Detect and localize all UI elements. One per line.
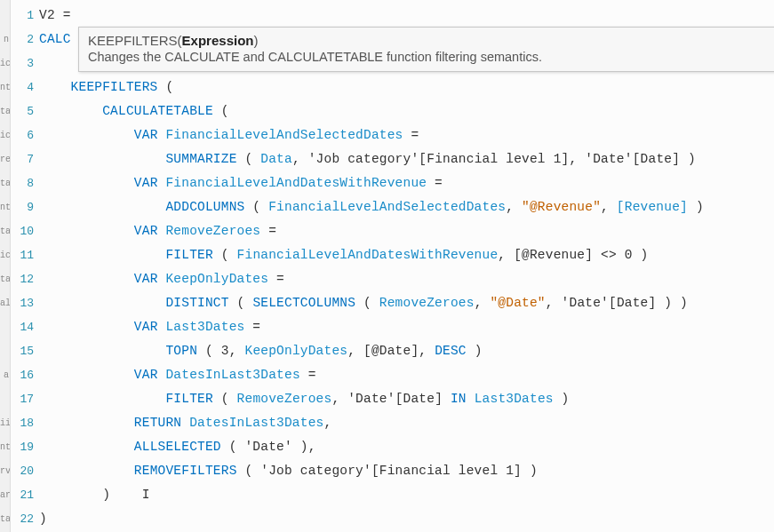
code-line[interactable]: KEEPFILTERS ( bbox=[39, 75, 774, 99]
code-line[interactable]: VAR Last3Dates = bbox=[39, 315, 774, 339]
line-number: 5 bbox=[11, 99, 39, 123]
fn-addcolumns: ADDCOLUMNS bbox=[165, 200, 244, 214]
code-line[interactable]: ) bbox=[39, 507, 774, 531]
line-number: 7 bbox=[11, 147, 39, 171]
strip-cell: rv bbox=[0, 459, 10, 483]
arg: 'Job category'[Financial level 1] bbox=[308, 152, 570, 166]
line-number-gutter: 1 2 3 4 5 6 7 8 9 10 11 12 13 14 15 16 1… bbox=[11, 0, 39, 532]
line-number: 13 bbox=[11, 291, 39, 315]
arg: Data bbox=[260, 152, 292, 166]
paren: ( bbox=[213, 104, 229, 118]
number: 3 bbox=[221, 344, 229, 358]
arg: RemoveZeroes bbox=[379, 296, 475, 310]
arg: 'Date'[Date] bbox=[585, 152, 680, 166]
line-number: 10 bbox=[11, 219, 39, 243]
fn-selectcolumns: SELECTCOLUMNS bbox=[252, 296, 355, 310]
tooltip-signature: KEEPFILTERS(Expression) bbox=[88, 33, 770, 48]
code-area[interactable]: V2 = CALC KEEPFILTERS ( CALCULATETABLE (… bbox=[39, 0, 774, 532]
arg: [Revenue] bbox=[617, 200, 688, 214]
code-line[interactable]: FILTER ( FinancialLevelAndDatesWithReven… bbox=[39, 243, 774, 267]
arg: 'Date'[Date] bbox=[562, 296, 657, 310]
strip-cell bbox=[0, 315, 10, 339]
kw-var: VAR bbox=[134, 176, 158, 190]
code-line[interactable]: VAR KeepOnlyDates = bbox=[39, 267, 774, 291]
line-number: 3 bbox=[11, 52, 39, 75]
code-line[interactable]: DISTINCT ( SELECTCOLUMNS ( RemoveZeroes,… bbox=[39, 291, 774, 315]
code-line[interactable]: VAR FinancialLevelAndSelectedDates = bbox=[39, 123, 774, 147]
fn-distinct: DISTINCT bbox=[165, 296, 228, 310]
strip-cell: ii bbox=[0, 411, 10, 435]
strip-cell bbox=[0, 339, 10, 363]
strip-cell: re bbox=[0, 147, 10, 171]
line-number: 2 bbox=[11, 28, 39, 52]
strip-cell: ta bbox=[0, 219, 10, 243]
strip-cell: ta bbox=[0, 267, 10, 291]
code-line[interactable]: ) I bbox=[39, 483, 774, 507]
code-line[interactable]: CALCULATETABLE ( bbox=[39, 99, 774, 123]
code-line[interactable]: TOPN ( 3, KeepOnlyDates, [@Date], DESC ) bbox=[39, 339, 774, 363]
arg: KeepOnlyDates bbox=[244, 344, 347, 358]
kw-desc: DESC bbox=[435, 344, 467, 358]
fn-summarize: SUMMARIZE bbox=[165, 152, 236, 166]
line-number: 15 bbox=[11, 339, 39, 363]
var-name: KeepOnlyDates bbox=[165, 272, 268, 286]
line-number: 14 bbox=[11, 315, 39, 339]
measure-name: V2 bbox=[39, 8, 55, 22]
line-number: 19 bbox=[11, 435, 39, 459]
strip-cell: ta bbox=[0, 99, 10, 123]
outer-gutter: n ic nt ta ic re ta nt ta ic ta al a ii … bbox=[0, 0, 11, 532]
kw-var: VAR bbox=[134, 224, 158, 238]
code-line[interactable]: VAR RemoveZeroes = bbox=[39, 219, 774, 243]
line-number: 17 bbox=[11, 387, 39, 411]
strip-cell: ta bbox=[0, 507, 10, 531]
line-number: 6 bbox=[11, 123, 39, 147]
var-name: FinancialLevelAndDatesWithRevenue bbox=[165, 176, 427, 190]
code-line[interactable]: RETURN DatesInLast3Dates, bbox=[39, 411, 774, 435]
code-line[interactable]: ALLSELECTED ( 'Date' ), bbox=[39, 435, 774, 459]
line-number: 20 bbox=[11, 459, 39, 483]
strip-cell: nt bbox=[0, 75, 10, 99]
var-name: RemoveZeroes bbox=[165, 224, 260, 238]
dax-editor[interactable]: n ic nt ta ic re ta nt ta ic ta al a ii … bbox=[0, 0, 774, 532]
var-name: DatesInLast3Dates bbox=[165, 368, 299, 382]
strip-cell: al bbox=[0, 291, 10, 315]
tooltip-description: Changes the CALCULATE and CALCULATETABLE… bbox=[88, 50, 770, 64]
code-line[interactable]: REMOVEFILTERS ( 'Job category'[Financial… bbox=[39, 459, 774, 483]
line-number: 8 bbox=[11, 171, 39, 195]
arg: 'Date'[Date] bbox=[347, 392, 443, 406]
arg: FinancialLevelAndDatesWithRevenue bbox=[237, 248, 499, 262]
strip-cell: ic bbox=[0, 52, 10, 75]
kw-var: VAR bbox=[134, 320, 158, 334]
var-name: Last3Dates bbox=[165, 320, 244, 334]
strip-cell: ar bbox=[0, 483, 10, 507]
fn-keepfilters: KEEPFILTERS bbox=[71, 80, 158, 94]
kw-var: VAR bbox=[134, 128, 158, 142]
token-calc-partial: CALC bbox=[39, 32, 71, 46]
kw-var: VAR bbox=[134, 368, 158, 382]
arg: RemoveZeroes bbox=[237, 392, 332, 406]
kw-return: RETURN bbox=[134, 416, 181, 430]
strip-cell: ic bbox=[0, 123, 10, 147]
code-line[interactable]: FILTER ( RemoveZeroes, 'Date'[Date] IN L… bbox=[39, 387, 774, 411]
line-number: 18 bbox=[11, 411, 39, 435]
strip-cell: nt bbox=[0, 435, 10, 459]
code-line[interactable]: VAR FinancialLevelAndDatesWithRevenue = bbox=[39, 171, 774, 195]
code-line[interactable]: VAR DatesInLast3Dates = bbox=[39, 363, 774, 387]
kw-var: VAR bbox=[134, 272, 158, 286]
kw-in: IN bbox=[451, 392, 467, 406]
code-line[interactable]: ADDCOLUMNS ( FinancialLevelAndSelectedDa… bbox=[39, 195, 774, 219]
arg: Last3Dates bbox=[475, 392, 554, 406]
string: "@Date" bbox=[490, 296, 545, 310]
strip-cell: ic bbox=[0, 243, 10, 267]
string: "@Revenue" bbox=[522, 200, 601, 214]
code-line[interactable]: V2 = bbox=[39, 4, 774, 28]
arg: 'Date' bbox=[244, 440, 291, 454]
strip-cell bbox=[0, 4, 10, 28]
arg: [@Date] bbox=[363, 344, 419, 358]
var-name: FinancialLevelAndSelectedDates bbox=[165, 128, 403, 142]
code-line[interactable]: SUMMARIZE ( Data, 'Job category'[Financi… bbox=[39, 147, 774, 171]
line-number: 21 bbox=[11, 483, 39, 507]
strip-cell: nt bbox=[0, 195, 10, 219]
line-number: 4 bbox=[11, 75, 39, 99]
line-number: 11 bbox=[11, 243, 39, 267]
